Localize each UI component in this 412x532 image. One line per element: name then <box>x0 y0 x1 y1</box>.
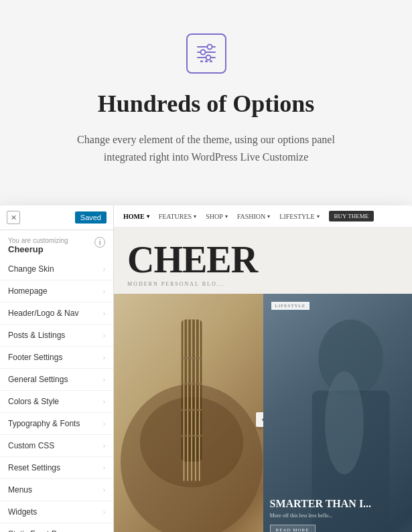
nav-item-shop[interactable]: SHOP ▾ <box>206 213 228 220</box>
customizer-header: ✕ Saved <box>0 205 113 230</box>
menu-item-reset-settings[interactable]: Reset Settings › <box>0 457 113 479</box>
chevron-right-icon: › <box>103 310 105 317</box>
menu-item-typography-fonts[interactable]: Typography & Fonts › <box>0 413 113 435</box>
menu-item-colors-style[interactable]: Colors & Style › <box>0 391 113 413</box>
chevron-right-icon: › <box>103 486 105 494</box>
close-button[interactable]: ✕ <box>7 211 20 224</box>
customizer-panel: ✕ Saved You are customizing Cheerup i Ch… <box>0 205 114 532</box>
page-subtitle: Change every element of the theme, using… <box>77 131 335 165</box>
chevron-right-icon: › <box>103 376 105 383</box>
menu-item-general-settings[interactable]: General Settings › <box>0 369 113 391</box>
chevron-down-icon: ▾ <box>147 213 149 219</box>
preview-hero: CHEER MODERN PERSONAL BLO... <box>114 228 412 532</box>
menu-item-widgets[interactable]: Widgets › <box>0 501 113 523</box>
svg-point-7 <box>205 60 208 62</box>
customizer-menu: Change Skin › Homepage › Header/Logo & N… <box>0 258 113 532</box>
customizing-label: You are customizing <box>8 237 68 244</box>
smarter-sub: More off this less less hello... <box>270 513 406 519</box>
cheer-title: CHEER <box>127 241 257 278</box>
screenshot-preview: ✕ Saved You are customizing Cheerup i Ch… <box>0 205 412 532</box>
svg-point-6 <box>200 60 203 62</box>
chevron-right-icon: › <box>103 354 105 361</box>
saved-badge: Saved <box>75 211 107 224</box>
chevron-right-icon: › <box>103 332 105 339</box>
cheer-title-area: CHEER MODERN PERSONAL BLO... <box>114 228 412 294</box>
chevron-right-icon: › <box>103 398 105 406</box>
chevron-down-icon: ▾ <box>225 213 228 219</box>
theme-preview: HOME ▾ FEATURES ▾ SHOP ▾ FASHION ▾ LIFES… <box>114 205 412 532</box>
nav-item-fashion[interactable]: FASHION ▾ <box>237 213 271 220</box>
menu-item-header-logo-nav[interactable]: Header/Logo & Nav › <box>0 302 113 325</box>
chevron-right-icon: › <box>103 266 105 273</box>
svg-point-26 <box>324 371 363 474</box>
chevron-down-icon: ▾ <box>194 213 196 219</box>
preview-navbar: HOME ▾ FEATURES ▾ SHOP ▾ FASHION ▾ LIFES… <box>114 205 412 228</box>
menu-item-custom-css[interactable]: Custom CSS › <box>0 435 113 457</box>
preview-images-row: ‹ <box>114 294 412 532</box>
chevron-right-icon: › <box>103 464 105 472</box>
guitar-image: ‹ <box>114 294 263 532</box>
options-icon <box>195 42 218 65</box>
fashion-image: LIFESTYLE SMARTER THAN I... More off thi… <box>263 294 413 532</box>
customizer-info: You are customizing Cheerup i <box>0 230 113 258</box>
menu-item-static-front-page[interactable]: Static Front Page › <box>0 523 113 532</box>
menu-item-menus[interactable]: Menus › <box>0 479 113 501</box>
menu-item-posts-listings[interactable]: Posts & Listings › <box>0 325 113 347</box>
lifestyle-badge: LIFESTYLE <box>271 302 310 310</box>
chevron-right-icon: › <box>103 420 105 428</box>
page-title: Hundreds of Options <box>98 90 314 118</box>
svg-point-5 <box>206 56 210 60</box>
theme-name-label: Cheerup <box>8 244 68 254</box>
hero-section: Hundreds of Options Change every element… <box>0 0 412 185</box>
read-more-button[interactable]: READ MORE <box>270 525 316 532</box>
menu-item-homepage[interactable]: Homepage › <box>0 280 113 302</box>
svg-point-4 <box>200 50 205 55</box>
menu-item-footer-settings[interactable]: Footer Settings › <box>0 347 113 369</box>
prev-arrow[interactable]: ‹ <box>256 412 263 427</box>
cheer-subtitle: MODERN PERSONAL BLO... <box>127 281 225 287</box>
nav-item-features[interactable]: FEATURES ▾ <box>159 213 196 220</box>
chevron-down-icon: ▾ <box>317 213 320 219</box>
chevron-right-icon: › <box>103 288 105 295</box>
nav-item-home[interactable]: HOME ▾ <box>123 213 149 220</box>
info-icon[interactable]: i <box>94 237 105 248</box>
buy-theme-button[interactable]: BUY THEME <box>329 211 374 221</box>
options-icon-wrapper <box>186 33 226 74</box>
menu-item-change-skin[interactable]: Change Skin › <box>0 258 113 280</box>
nav-item-lifestyle[interactable]: LIFESTYLE ▾ <box>279 213 319 220</box>
svg-point-3 <box>207 45 212 50</box>
chevron-right-icon: › <box>103 509 105 516</box>
smarter-title: SMARTER THAN I... More off this less les… <box>270 497 406 519</box>
chevron-down-icon: ▾ <box>267 213 270 219</box>
chevron-right-icon: › <box>103 442 105 450</box>
svg-point-8 <box>210 60 212 62</box>
